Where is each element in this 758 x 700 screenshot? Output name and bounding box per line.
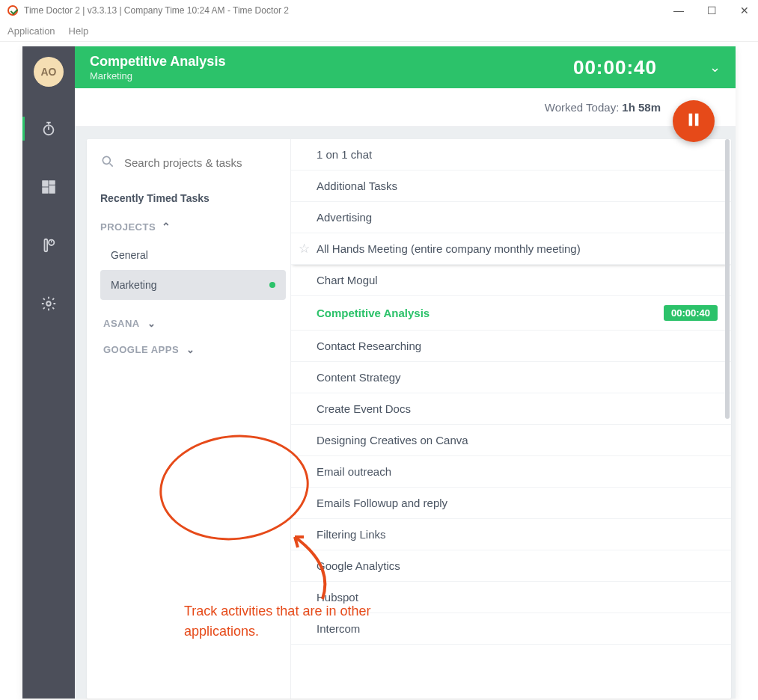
svg-point-11: [46, 301, 51, 306]
window-title: Time Doctor 2 | v3.3.13 | Company Time 1…: [24, 5, 673, 16]
chevron-up-icon: ⌃: [162, 221, 171, 233]
tasks-scrollbar[interactable]: [725, 139, 730, 699]
task-name: Additional Tasks: [317, 179, 397, 192]
projects-tasks-panel: Recently Timed Tasks PROJECTS ⌃ GeneralM…: [87, 139, 731, 699]
worked-today-label: Worked Today:: [545, 101, 620, 114]
integration-label: GOOGLE APPS: [103, 344, 179, 355]
active-task-titles: Competitive Analysis Marketing: [90, 54, 225, 82]
window-titlebar: Time Doctor 2 | v3.3.13 | Company Time 1…: [0, 0, 758, 21]
menu-application[interactable]: Application: [7, 25, 55, 37]
tasks-list: 1 on 1 chatAdditional TasksAdvertisingAl…: [291, 139, 731, 645]
task-name: Hubspot: [317, 591, 358, 604]
edit-time-icon: [40, 237, 57, 254]
task-row[interactable]: Additional Tasks: [291, 171, 731, 202]
project-item[interactable]: General: [100, 240, 286, 270]
integration-item[interactable]: GOOGLE APPS⌄: [100, 337, 286, 363]
task-name: Emails Followup and reply: [317, 497, 447, 509]
integration-label: ASANA: [103, 318, 140, 329]
expand-header-button[interactable]: ⌄: [709, 59, 721, 76]
search-icon: [100, 154, 115, 171]
svg-rect-8: [45, 239, 48, 252]
left-sidebar: AO: [22, 46, 75, 699]
content-wrap: Recently Timed Tasks PROJECTS ⌃ GeneralM…: [75, 127, 736, 699]
task-name: Create Event Docs: [317, 402, 411, 415]
task-name: Content Strategy: [317, 371, 401, 384]
svg-rect-15: [695, 114, 699, 126]
task-row[interactable]: Advertising: [291, 202, 731, 233]
projects-list: GeneralMarketing: [100, 240, 286, 300]
task-row[interactable]: Competitive Analysis00:00:40: [291, 296, 731, 331]
menu-bar: Application Help: [0, 21, 758, 42]
minimize-button[interactable]: —: [673, 4, 685, 16]
task-row[interactable]: Google Analytics: [291, 550, 731, 582]
integrations-list: ASANA⌄GOOGLE APPS⌄: [100, 310, 286, 363]
task-name: Advertising: [317, 211, 372, 224]
menu-help[interactable]: Help: [69, 25, 89, 37]
pause-icon: [685, 111, 702, 131]
task-name: All Hands Meeting (entire company monthl…: [317, 242, 581, 255]
app-body: AO Competitive Analysis Mark: [22, 46, 736, 699]
chevron-down-icon: ⌄: [186, 344, 195, 355]
integration-item[interactable]: ASANA⌄: [100, 310, 286, 337]
nav-settings[interactable]: [22, 287, 75, 320]
projects-column: Recently Timed Tasks PROJECTS ⌃ GeneralM…: [87, 139, 290, 699]
task-row[interactable]: Content Strategy: [291, 362, 731, 393]
active-task-name: Competitive Analysis: [90, 54, 225, 70]
dashboard-icon: [40, 179, 57, 195]
tasks-column: 1 on 1 chatAdditional TasksAdvertisingAl…: [290, 139, 731, 699]
close-button[interactable]: ✕: [739, 4, 751, 16]
svg-rect-6: [49, 185, 55, 193]
worked-today-value: 1h 58m: [622, 101, 661, 114]
active-task-project: Marketing: [90, 70, 225, 82]
task-row[interactable]: 1 on 1 chat: [291, 139, 731, 171]
app-icon: [7, 5, 18, 16]
worked-today-bar: Worked Today: 1h 58m: [75, 88, 736, 127]
search-input[interactable]: [124, 156, 259, 169]
nav-dashboard[interactable]: [22, 171, 75, 203]
main-area: Competitive Analysis Marketing 00:00:40 …: [75, 46, 736, 699]
chevron-down-icon: ⌄: [147, 318, 156, 329]
active-task-timer: 00:00:40: [573, 56, 657, 79]
task-time-badge: 00:00:40: [664, 305, 718, 321]
task-name: Email outreach: [317, 465, 391, 478]
projects-section-header[interactable]: PROJECTS ⌃: [100, 221, 286, 233]
nav-edit-time[interactable]: [22, 229, 75, 262]
task-row[interactable]: Emails Followup and reply: [291, 488, 731, 519]
svg-rect-14: [689, 114, 693, 126]
task-row[interactable]: All Hands Meeting (entire company monthl…: [291, 233, 731, 265]
projects-label: PROJECTS: [100, 221, 156, 233]
task-name: Designing Creatives on Canva: [317, 434, 468, 446]
svg-rect-7: [43, 188, 48, 193]
task-row[interactable]: Chart Mogul: [291, 265, 731, 296]
svg-line-13: [110, 164, 113, 167]
scrollbar-thumb[interactable]: [725, 139, 730, 419]
task-name: 1 on 1 chat: [317, 148, 372, 161]
task-name: Google Analytics: [317, 559, 400, 572]
project-item[interactable]: Marketing: [100, 270, 286, 300]
task-name: Contact Researching: [317, 340, 421, 352]
svg-rect-4: [43, 181, 48, 186]
task-row[interactable]: Designing Creatives on Canva: [291, 425, 731, 456]
nav-timer[interactable]: [22, 112, 75, 145]
task-row[interactable]: Filtering Links: [291, 519, 731, 550]
window-controls: — ☐ ✕: [673, 4, 751, 16]
task-row[interactable]: Hubspot: [291, 582, 731, 613]
chevron-down-icon: ⌄: [709, 60, 721, 75]
active-task-header: Competitive Analysis Marketing 00:00:40 …: [75, 46, 736, 88]
svg-point-12: [103, 156, 110, 164]
task-row[interactable]: Email outreach: [291, 456, 731, 488]
pause-button[interactable]: [673, 100, 715, 142]
gear-icon: [40, 295, 57, 312]
search-row: [100, 154, 286, 171]
svg-rect-5: [49, 181, 55, 185]
user-avatar[interactable]: AO: [34, 57, 64, 87]
recently-timed-label[interactable]: Recently Timed Tasks: [100, 192, 286, 204]
task-name: Competitive Analysis: [317, 307, 430, 319]
maximize-button[interactable]: ☐: [706, 4, 718, 16]
stopwatch-icon: [40, 120, 57, 137]
task-name: Intercom: [317, 622, 360, 635]
task-row[interactable]: Contact Researching: [291, 331, 731, 362]
task-name: Chart Mogul: [317, 274, 378, 286]
task-row[interactable]: Intercom: [291, 613, 731, 645]
task-row[interactable]: Create Event Docs: [291, 393, 731, 425]
